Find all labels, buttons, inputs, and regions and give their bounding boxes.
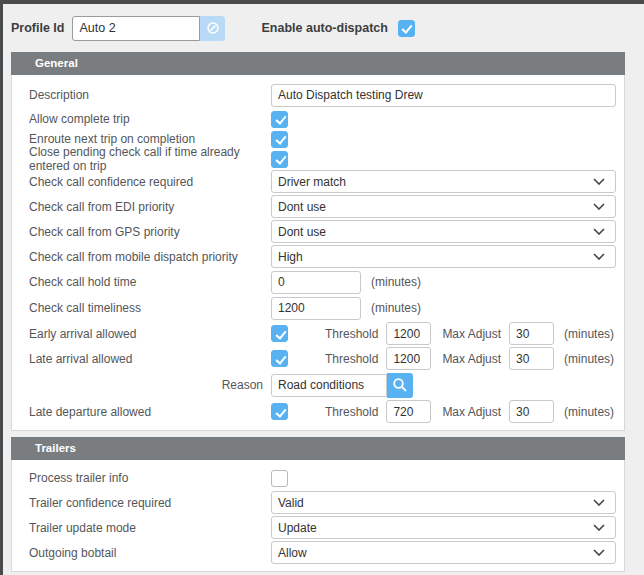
row-early-arrival: Early arrival allowed Threshold Max Adju… [18, 321, 616, 346]
check-call-timeliness-label: Check call timeliness [18, 301, 271, 315]
circle-slash-icon [206, 21, 220, 35]
auto-dispatch-profile-form: Profile Id Enable auto-dispatch General … [0, 0, 644, 575]
row-description: Description [18, 81, 616, 109]
outgoing-bobtail-select[interactable]: Allow [271, 541, 616, 564]
enable-auto-dispatch-checkbox[interactable] [398, 20, 415, 37]
row-late-arrival: Late arrival allowed Threshold Max Adjus… [18, 346, 616, 371]
early-arrival-threshold-input[interactable] [386, 322, 431, 345]
threshold-label: Threshold [325, 352, 378, 366]
check-call-timeliness-input[interactable] [271, 297, 361, 320]
chevron-down-icon [593, 253, 605, 260]
chevron-down-icon [593, 524, 605, 531]
select-value: Dont use [278, 225, 326, 239]
profile-id-label: Profile Id [11, 21, 64, 35]
select-value: Update [278, 521, 317, 535]
late-arrival-max-adjust-input[interactable] [509, 347, 554, 370]
row-late-departure: Late departure allowed Threshold Max Adj… [18, 399, 616, 424]
row-outgoing-bobtail: Outgoing bobtail Allow [18, 540, 616, 565]
select-value: Dont use [278, 200, 326, 214]
reason-search-button[interactable] [387, 373, 413, 398]
late-departure-controls: Threshold Max Adjust (minutes) [271, 400, 614, 423]
general-section: General Description Allow complete trip … [11, 52, 625, 431]
check-call-confidence-label: Check call confidence required [18, 175, 271, 189]
select-value: Allow [278, 546, 307, 560]
trailers-panel: Process trailer info Trailer confidence … [11, 460, 625, 572]
late-arrival-controls: Threshold Max Adjust (minutes) [271, 347, 614, 370]
select-value: Driver match [278, 175, 346, 189]
row-check-call-gps: Check call from GPS priority Dont use [18, 219, 616, 244]
late-arrival-checkbox[interactable] [271, 350, 288, 367]
chevron-down-icon [593, 228, 605, 235]
late-departure-label: Late departure allowed [18, 405, 271, 419]
late-arrival-threshold-input[interactable] [386, 347, 431, 370]
enroute-next-trip-checkbox[interactable] [271, 131, 288, 148]
trailer-confidence-label: Trailer confidence required [18, 496, 271, 510]
magnifier-icon [392, 377, 408, 393]
early-arrival-controls: Threshold Max Adjust (minutes) [271, 322, 614, 345]
close-pending-check-call-checkbox[interactable] [271, 151, 288, 168]
outgoing-bobtail-label: Outgoing bobtail [18, 546, 271, 560]
threshold-label: Threshold [325, 327, 378, 341]
late-arrival-label: Late arrival allowed [18, 352, 271, 366]
enroute-next-trip-label: Enroute next trip on completion [18, 132, 271, 146]
allow-complete-trip-label: Allow complete trip [18, 112, 271, 126]
trailer-update-mode-label: Trailer update mode [18, 521, 271, 535]
row-trailer-update-mode: Trailer update mode Update [18, 515, 616, 540]
early-arrival-label: Early arrival allowed [18, 327, 271, 341]
enable-auto-dispatch-label: Enable auto-dispatch [261, 21, 387, 35]
threshold-label: Threshold [325, 405, 378, 419]
row-check-call-edi: Check call from EDI priority Dont use [18, 194, 616, 219]
late-departure-checkbox[interactable] [271, 403, 288, 420]
trailer-update-mode-select[interactable]: Update [271, 516, 616, 539]
row-check-call-hold-time: Check call hold time (minutes) [18, 269, 616, 295]
row-check-call-mobile: Check call from mobile dispatch priority… [18, 244, 616, 269]
check-call-confidence-select[interactable]: Driver match [271, 170, 616, 193]
reason-input[interactable] [271, 374, 387, 397]
chevron-down-icon [593, 549, 605, 556]
row-close-pending-check-call: Close pending check call if time already… [18, 149, 616, 169]
max-adjust-label: Max Adjust [442, 327, 501, 341]
late-departure-threshold-input[interactable] [386, 400, 431, 423]
general-panel: Description Allow complete trip Enroute … [11, 75, 625, 431]
select-value: Valid [278, 496, 304, 510]
row-process-trailer-info: Process trailer info [18, 466, 616, 490]
select-value: High [278, 250, 303, 264]
minutes-unit-label: (minutes) [371, 275, 421, 289]
minutes-unit-label: (minutes) [371, 301, 421, 315]
close-pending-check-call-label: Close pending check call if time already… [18, 145, 271, 173]
check-call-hold-time-input[interactable] [271, 271, 361, 294]
chevron-down-icon [593, 203, 605, 210]
reason-label: Reason [222, 378, 263, 392]
profile-lookup-button[interactable] [200, 16, 225, 41]
check-call-gps-label: Check call from GPS priority [18, 225, 271, 239]
early-arrival-checkbox[interactable] [271, 325, 288, 342]
trailers-section-header: Trailers [11, 437, 625, 460]
process-trailer-info-checkbox[interactable] [271, 470, 288, 487]
minutes-unit-label: (minutes) [564, 405, 614, 419]
description-label: Description [18, 88, 271, 102]
profile-id-input[interactable] [72, 16, 200, 41]
trailer-confidence-select[interactable]: Valid [271, 491, 616, 514]
check-call-hold-time-label: Check call hold time [18, 275, 271, 289]
allow-complete-trip-checkbox[interactable] [271, 111, 288, 128]
chevron-down-icon [593, 499, 605, 506]
check-call-edi-select[interactable]: Dont use [271, 195, 616, 218]
row-trailer-confidence: Trailer confidence required Valid [18, 490, 616, 515]
row-late-arrival-reason: Reason [18, 371, 616, 399]
description-input[interactable] [271, 84, 616, 107]
check-call-mobile-label: Check call from mobile dispatch priority [18, 250, 271, 264]
row-check-call-timeliness: Check call timeliness (minutes) [18, 295, 616, 321]
late-departure-max-adjust-input[interactable] [509, 400, 554, 423]
process-trailer-info-label: Process trailer info [18, 471, 271, 485]
max-adjust-label: Max Adjust [442, 352, 501, 366]
check-call-edi-label: Check call from EDI priority [18, 200, 271, 214]
minutes-unit-label: (minutes) [564, 352, 614, 366]
trailers-section: Trailers Process trailer info Trailer co… [11, 437, 625, 572]
early-arrival-max-adjust-input[interactable] [509, 322, 554, 345]
check-call-mobile-select[interactable]: High [271, 245, 616, 268]
row-allow-complete-trip: Allow complete trip [18, 109, 616, 129]
max-adjust-label: Max Adjust [442, 405, 501, 419]
minutes-unit-label: (minutes) [564, 327, 614, 341]
check-call-gps-select[interactable]: Dont use [271, 220, 616, 243]
general-section-header: General [11, 52, 625, 75]
